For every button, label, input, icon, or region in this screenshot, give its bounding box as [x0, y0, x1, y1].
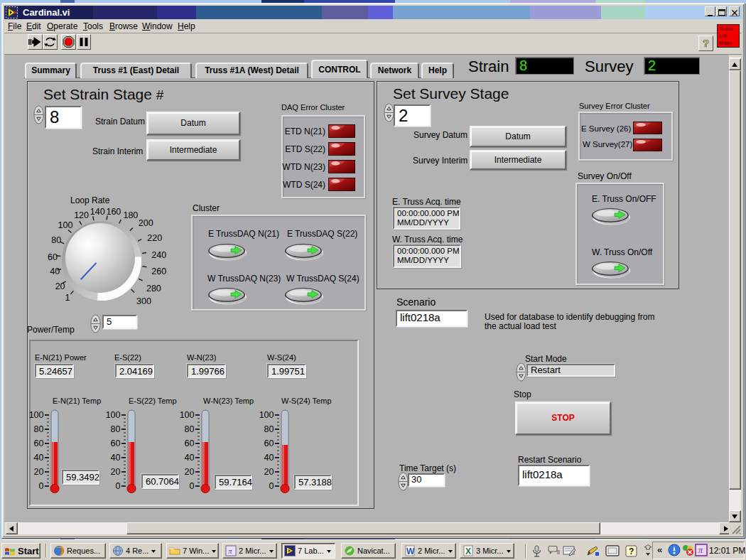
svg-text:20: 20	[264, 467, 274, 477]
svg-text:120: 120	[74, 210, 89, 220]
svg-text:220: 220	[147, 233, 162, 243]
svg-text:80: 80	[111, 424, 121, 434]
svg-text:140: 140	[90, 207, 105, 217]
svg-text:100: 100	[29, 410, 44, 420]
svg-text:40: 40	[264, 453, 274, 463]
svg-text:40: 40	[185, 453, 195, 463]
svg-text:60: 60	[264, 438, 274, 448]
svg-text:60: 60	[48, 252, 58, 262]
svg-text:40: 40	[34, 453, 44, 463]
svg-text:π: π	[228, 546, 232, 555]
svg-text:0: 0	[116, 481, 121, 491]
svg-text:60: 60	[185, 438, 195, 448]
svg-text:?: ?	[629, 546, 634, 556]
svg-text:60: 60	[34, 438, 44, 448]
svg-text:180: 180	[123, 210, 138, 220]
svg-text:W: W	[406, 546, 415, 556]
svg-text:X: X	[465, 546, 471, 556]
svg-text:40: 40	[50, 266, 60, 276]
svg-text:80: 80	[264, 424, 274, 434]
svg-text:1: 1	[65, 293, 70, 303]
svg-text:0: 0	[190, 481, 195, 491]
svg-text:20: 20	[34, 467, 44, 477]
svg-text:100: 100	[106, 410, 121, 420]
svg-text:100: 100	[259, 410, 274, 420]
svg-text:280: 280	[146, 284, 161, 294]
svg-text:160: 160	[106, 207, 121, 217]
svg-text:300: 300	[136, 296, 151, 306]
svg-text:80: 80	[51, 235, 61, 245]
svg-text:20: 20	[185, 467, 195, 477]
svg-text:20: 20	[55, 281, 65, 291]
svg-text:0: 0	[39, 481, 44, 491]
svg-text:260: 260	[151, 266, 166, 276]
svg-text:60: 60	[111, 438, 121, 448]
svg-text:100: 100	[58, 220, 73, 230]
svg-text:π: π	[698, 545, 703, 555]
svg-text:80: 80	[185, 424, 195, 434]
svg-text:100: 100	[180, 410, 195, 420]
svg-text:80: 80	[34, 424, 44, 434]
svg-text:200: 200	[139, 218, 153, 228]
svg-text:40: 40	[111, 453, 121, 463]
svg-text:240: 240	[151, 250, 166, 260]
svg-text:20: 20	[111, 467, 121, 477]
svg-text:0: 0	[269, 481, 274, 491]
svg-text:?: ?	[703, 37, 709, 49]
